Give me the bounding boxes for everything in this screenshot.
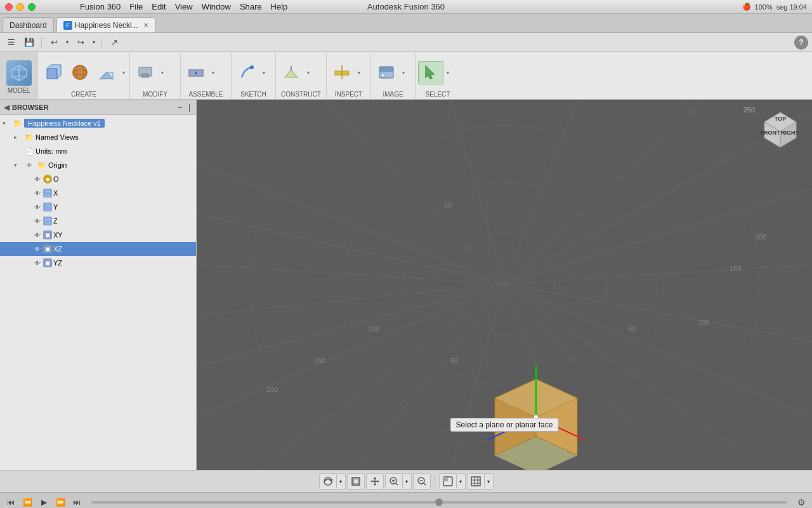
units-icon: 📄 <box>24 146 34 156</box>
menu-help[interactable]: Help <box>271 2 288 11</box>
timeline-play[interactable]: ▶ <box>37 495 51 509</box>
solid-box-icon <box>44 64 62 81</box>
XZ-visibility[interactable]: 👁 <box>33 244 42 253</box>
create-dropdown[interactable]: ▾ <box>121 55 127 91</box>
XY-visibility[interactable]: 👁 <box>33 231 42 239</box>
mac-menu: Fusion 360 File Edit View Window Share H… <box>80 2 287 11</box>
tree-project-root[interactable]: 📁 Happiness Necklace v1 <box>0 116 196 130</box>
origin-arrow[interactable] <box>14 162 23 168</box>
browser-minus[interactable]: – <box>176 103 184 112</box>
timeline-first[interactable]: ⏮ <box>4 495 18 509</box>
sketch-dropdown[interactable]: ▾ <box>261 55 267 91</box>
assemble-icon <box>187 64 205 81</box>
tree-origin-XZ[interactable]: 👁 ▣ XZ <box>0 242 196 256</box>
tab-close-button[interactable]: ✕ <box>143 22 148 29</box>
svg-rect-23 <box>379 67 393 72</box>
menu-edit[interactable]: Edit <box>152 2 166 11</box>
svg-text:150: 150 <box>314 357 325 364</box>
assemble-button[interactable] <box>183 61 209 84</box>
construct-dropdown[interactable]: ▾ <box>305 55 311 91</box>
O-visibility[interactable]: 👁 <box>33 175 42 184</box>
create-solid-button[interactable] <box>41 61 66 84</box>
svg-line-86 <box>396 483 398 485</box>
named-views-arrow[interactable] <box>14 134 23 140</box>
hamburger-menu[interactable]: ☰ <box>4 36 19 50</box>
tree-origin-XY[interactable]: 👁 ▣ XY <box>0 228 196 242</box>
modify-dropdown[interactable]: ▾ <box>159 55 166 91</box>
minimize-button[interactable] <box>16 3 24 11</box>
menu-view[interactable]: View <box>175 2 193 11</box>
modify-button[interactable] <box>133 61 158 84</box>
toolbar: ☰ 💾 ↩ ▾ ↪ ▾ ↗ ? <box>0 33 812 52</box>
inspect-button[interactable] <box>329 61 355 84</box>
timeline-next[interactable]: ⏩ <box>53 495 67 509</box>
tab-project[interactable]: F Happiness Neckl... ✕ <box>56 17 155 32</box>
orbit-dropdown[interactable]: ▾ <box>337 473 346 490</box>
create-tools: ▾ <box>38 52 129 91</box>
Z-shape-icon: ⬚ <box>43 217 52 225</box>
help-button[interactable]: ? <box>794 36 808 50</box>
image-dropdown[interactable]: ▾ <box>400 55 407 91</box>
sketch-button[interactable] <box>234 61 259 84</box>
timeline-thumb[interactable] <box>435 498 443 506</box>
project-arrow[interactable] <box>3 120 11 126</box>
zoom-in-dropdown[interactable]: ▾ <box>403 473 412 490</box>
image-button[interactable] <box>374 61 399 84</box>
menu-window[interactable]: Window <box>202 2 231 11</box>
menu-file[interactable]: File <box>129 2 143 11</box>
share-button[interactable]: ↗ <box>107 36 122 50</box>
tree-origin-Y[interactable]: 👁 ⬚ Y <box>0 200 196 214</box>
maximize-button[interactable] <box>28 3 36 11</box>
YZ-visibility[interactable]: 👁 <box>33 258 42 267</box>
close-button[interactable] <box>5 3 13 11</box>
display-dropdown[interactable]: ▾ <box>457 473 466 490</box>
timeline-prev[interactable]: ⏪ <box>20 495 34 509</box>
construct-label-group: CONSTRUCT <box>276 91 326 99</box>
fit-button[interactable] <box>347 473 365 490</box>
undo-dropdown[interactable]: ▾ <box>64 36 70 50</box>
assemble-dropdown[interactable]: ▾ <box>210 55 216 91</box>
tree-origin-Z[interactable]: 👁 ⬚ Z <box>0 214 196 228</box>
display-button[interactable] <box>439 473 457 490</box>
modify-label-group: MODIFY <box>130 91 180 99</box>
inspect-tools: ▾ <box>327 52 370 91</box>
menu-fusion[interactable]: Fusion 360 <box>80 2 121 11</box>
orbit-button[interactable] <box>319 473 337 490</box>
undo-button[interactable]: ↩ <box>46 36 62 50</box>
timeline-settings[interactable]: ⚙ <box>794 495 808 509</box>
tree-units[interactable]: 📄 Units: mm <box>0 144 196 158</box>
Y-visibility[interactable]: 👁 <box>33 203 42 211</box>
redo-button[interactable]: ↪ <box>73 36 88 50</box>
save-button[interactable]: 💾 <box>22 36 37 50</box>
view-cube[interactable]: TOP RIGHT FRONT <box>758 109 802 154</box>
create-surface-button[interactable] <box>94 61 119 84</box>
timeline-last[interactable]: ⏭ <box>70 495 84 509</box>
X-visibility[interactable]: 👁 <box>33 189 42 197</box>
canvas[interactable]: .grid-line { stroke: #6e6e6e; stroke-wid… <box>197 100 812 470</box>
browser-toggle[interactable]: ◀ <box>4 103 10 112</box>
sphere-icon <box>71 64 89 81</box>
inspect-dropdown[interactable]: ▾ <box>356 55 362 91</box>
construct-button[interactable] <box>278 61 304 84</box>
pan-button[interactable] <box>366 473 384 490</box>
tree-origin-O[interactable]: 👁 ◆ O <box>0 172 196 186</box>
grid-button[interactable] <box>467 473 485 490</box>
tab-project-icon: F <box>63 21 72 30</box>
create-sphere-button[interactable] <box>67 61 93 84</box>
orbit-btn-group: ▾ <box>319 473 346 490</box>
zoom-in-button[interactable] <box>385 473 403 490</box>
origin-visibility[interactable]: 👁 <box>24 160 34 170</box>
tree-origin-X[interactable]: 👁 ⬚ X <box>0 186 196 200</box>
menu-share[interactable]: Share <box>240 2 262 11</box>
tab-dashboard[interactable]: Dashboard <box>3 17 54 32</box>
grid-dropdown[interactable]: ▾ <box>485 473 494 490</box>
select-dropdown[interactable]: ▾ <box>445 55 451 91</box>
tree-origin[interactable]: 👁 📁 Origin <box>0 158 196 172</box>
timeline-slider[interactable] <box>91 501 787 504</box>
zoom-out-button[interactable] <box>413 473 431 490</box>
redo-dropdown[interactable]: ▾ <box>91 36 97 50</box>
tree-named-views[interactable]: 📁 Named Views <box>0 130 196 144</box>
select-button[interactable] <box>418 61 443 84</box>
tree-origin-YZ[interactable]: 👁 ▣ YZ <box>0 256 196 270</box>
Z-visibility[interactable]: 👁 <box>33 217 42 225</box>
